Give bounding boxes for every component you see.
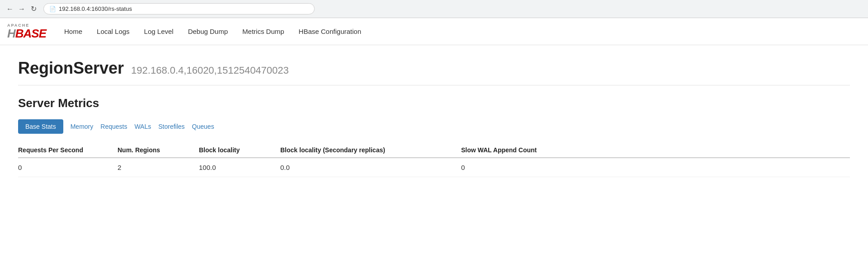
tab-storefiles[interactable]: Storefiles [158, 121, 184, 132]
tab-base-stats[interactable]: Base Stats [18, 119, 63, 134]
col-block-locality-secondary: Block locality (Secondary replicas) [280, 143, 461, 158]
main-content: RegionServer 192.168.0.4,16020,151254047… [0, 45, 868, 191]
back-button[interactable]: ← [5, 5, 14, 14]
section-title: Server Metrics [18, 96, 850, 110]
cell-slow-wal-append-count: 0 [461, 158, 850, 177]
nav-hbase-configuration[interactable]: HBase Configuration [292, 18, 368, 45]
metrics-table: Requests Per Second Num. Regions Block l… [18, 143, 850, 177]
table-header: Requests Per Second Num. Regions Block l… [18, 143, 850, 158]
browser-chrome: ← → ↻ 📄 192.168.0.4:16030/rs-status [0, 0, 868, 18]
cell-block-locality-secondary: 0.0 [280, 158, 461, 177]
hbase-logo: APACHE HBASE [7, 23, 46, 39]
tab-queues[interactable]: Queues [192, 121, 214, 132]
address-bar[interactable]: 📄 192.168.0.4:16030/rs-status [43, 3, 315, 14]
page-icon: 📄 [49, 6, 56, 12]
tab-requests[interactable]: Requests [100, 121, 127, 132]
col-block-locality: Block locality [199, 143, 280, 158]
table-header-row: Requests Per Second Num. Regions Block l… [18, 143, 850, 158]
cell-num-regions: 2 [118, 158, 199, 177]
metrics-tabs: Base Stats Memory Requests WALs Storefil… [18, 119, 850, 134]
nav-metrics-dump[interactable]: Metrics Dump [235, 18, 292, 45]
table-body: 0 2 100.0 0.0 0 [18, 158, 850, 177]
col-num-regions: Num. Regions [118, 143, 199, 158]
tab-memory[interactable]: Memory [71, 121, 94, 132]
tab-wals[interactable]: WALs [134, 121, 151, 132]
region-server-address: 192.168.0.4,16020,1512540470023 [131, 65, 289, 76]
cell-requests-per-second: 0 [18, 158, 118, 177]
table-row: 0 2 100.0 0.0 0 [18, 158, 850, 177]
col-requests-per-second: Requests Per Second [18, 143, 118, 158]
url-text: 192.168.0.4:16030/rs-status [59, 5, 132, 12]
hbase-label: HBASE [7, 28, 46, 39]
top-navigation: APACHE HBASE Home Local Logs Log Level D… [0, 18, 868, 45]
nav-log-level[interactable]: Log Level [137, 18, 181, 45]
nav-buttons: ← → ↻ [5, 5, 38, 14]
nav-debug-dump[interactable]: Debug Dump [181, 18, 235, 45]
nav-local-logs[interactable]: Local Logs [90, 18, 137, 45]
cell-block-locality: 100.0 [199, 158, 280, 177]
reload-button[interactable]: ↻ [29, 5, 38, 14]
forward-button[interactable]: → [17, 5, 26, 14]
nav-home[interactable]: Home [57, 18, 90, 45]
page-title-section: RegionServer 192.168.0.4,16020,151254047… [18, 59, 850, 85]
region-server-label: RegionServer [18, 59, 124, 78]
nav-links: Home Local Logs Log Level Debug Dump Met… [57, 18, 368, 45]
col-slow-wal-append-count: Slow WAL Append Count [461, 143, 850, 158]
